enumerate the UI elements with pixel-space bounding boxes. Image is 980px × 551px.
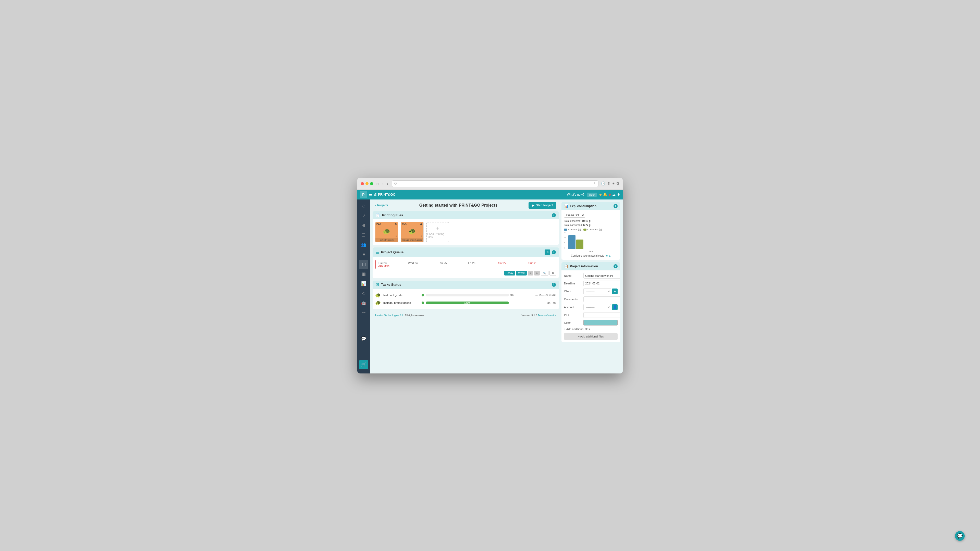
file-2-icon: 🖨 [420,223,422,225]
account-add-button[interactable]: 👤 [612,304,617,310]
file-card-1[interactable]: PLA 🖨 🐢 1 fast.print.gcode [375,222,398,242]
bell-icon[interactable]: 🔔 [603,192,607,197]
file-card-1-body: 🐢 [375,226,398,237]
sidebar-item-reports[interactable]: 📊 [359,279,368,288]
sidebar-cart-icon[interactable]: 🛒 [359,360,368,369]
close-button[interactable] [361,182,364,185]
tasks-icon: ☑ [375,283,379,287]
add-additional-files-button[interactable]: + Add additional files [564,333,617,340]
total-consumed-label: Total consumed: [564,224,583,227]
breadcrumb[interactable]: ‹ Projects [375,203,388,207]
cloud-icon[interactable]: ☁ [612,192,616,197]
project-info-info-icon[interactable]: i [614,264,617,268]
left-sidebar: ⊙ ↗ ⊕ ☰ 👥 ≡ ◫ ▦ 📊 ◇ 🤖 ✏ 💬 🛒 [357,200,370,373]
forward-button[interactable]: › [386,181,390,186]
pid-input[interactable] [584,312,620,318]
additional-files-label: + Add additional files [564,327,617,330]
queue-info-icon[interactable]: i [552,250,556,254]
tasks-info-icon[interactable]: i [552,283,556,287]
minimize-button[interactable] [366,182,369,185]
calendar-strip: Tue 23 July 2024 Wed 24 Thu 25 [375,260,556,269]
new-tab-icon[interactable]: + [612,181,614,186]
today-button[interactable]: Today [504,271,515,275]
search-cal-button[interactable]: 🔍 [541,271,549,275]
comments-label: Comments [564,298,582,301]
files-icon: 📄 [375,213,380,218]
sidebar-item-home[interactable]: ⊙ [359,202,368,211]
sidebar-item-active[interactable]: ◫ [359,260,368,269]
hamburger-icon[interactable]: ☰ [369,192,372,197]
legend-expected-color [564,229,567,230]
client-select[interactable]: --------- [584,288,611,294]
whats-new-link[interactable]: What's new? [567,193,584,197]
consumption-icon: 📊 [564,204,568,208]
queue-refresh-btn[interactable]: ↻ [545,249,550,255]
calendar-day-sat: Sat 27 [496,260,526,269]
sidebar-item-edit[interactable]: ✏ [359,308,368,318]
sidebar-item-queue2[interactable]: ≡ [359,250,368,259]
unit-select[interactable]: Grams / mL [564,213,585,218]
config-here-link[interactable]: here. [605,254,611,257]
task-2-dot [422,302,424,304]
client-add-button[interactable]: + [612,289,617,294]
address-bar[interactable]: 🛡 ↻ [392,180,598,187]
sidebar-item-stats[interactable]: ↗ [359,211,368,221]
sidebar-item-files[interactable]: ▦ [359,269,368,279]
sidebar-item-users[interactable]: 👥 [359,240,368,249]
footer-company: Invelon Technologies S.L. All rights res… [375,314,426,317]
consumption-totals: Total expected: 10.16 g Total consumed: … [564,219,617,227]
add-file-button[interactable]: + + Add Printing Files [426,222,449,242]
exp-consumption-header: 📊 Exp. consumption i [562,202,620,210]
refresh-icon[interactable]: ↻ [594,182,596,185]
file-card-2[interactable]: PLA 🖨 🐢 1 malaga_project.gcode [401,222,424,242]
next-next-button[interactable]: » [534,271,540,275]
user-badge[interactable]: User [587,192,597,197]
project-info-header: 📋 Project information i [562,262,620,270]
pid-row: PID [564,312,617,318]
footer: Invelon Technologies S.L. All rights res… [370,312,562,319]
account-label: Account [564,306,582,309]
chart-x-label: PLA [564,250,617,253]
settings-cal-button[interactable]: ⚙ [549,271,556,275]
terms-link[interactable]: Terms of service [538,314,556,317]
security-icon: 🛡 [394,182,397,185]
settings-icon[interactable]: ⚙ [617,192,620,197]
chat-button[interactable]: 💬 [955,531,965,541]
task-1-dot [422,294,424,297]
task-1-progress-area: 0% [422,294,518,297]
back-button[interactable]: ‹ [381,181,385,186]
sidebar-item-materials[interactable]: ◇ [359,289,368,298]
chart-legend: Expected (g) Consumed (g) [564,228,617,231]
deadline-input[interactable] [584,281,620,286]
prev-prev-button[interactable]: « [528,271,533,275]
breadcrumb-parent[interactable]: Projects [377,203,388,207]
week-button[interactable]: Week [516,271,527,275]
share-icon[interactable]: ⬆ [608,181,611,186]
config-link-text: Configure your material costs here. [564,254,617,257]
project-info-card: 📋 Project information i Name D [562,262,620,342]
breadcrumb-sep: ‹ [375,203,376,207]
account-row: Account --------- 👤 [564,304,617,310]
maximize-button[interactable] [370,182,373,185]
task-2-pct-label: 100% [464,302,470,304]
sidebar-item-print[interactable]: ⊕ [359,221,368,230]
sidebar-toggle-icon[interactable]: ⊡ [375,182,379,186]
main-content: ‹ Projects Getting started with PRINT&GO… [370,200,562,373]
account-select[interactable]: --------- [584,304,611,310]
name-input[interactable] [584,273,620,279]
printing-files-section: 📄 Printing Files i PLA 🖨 [372,211,559,245]
color-picker[interactable] [584,320,617,326]
task-2-progress-area: 100% [422,302,518,304]
consumption-info-icon[interactable]: i [614,204,617,208]
comments-input[interactable] [584,297,620,302]
project-queue-title: Project Queue [381,250,404,254]
file-2-obj-icon: 🐢 [408,228,416,235]
files-info-icon[interactable]: i [552,213,556,218]
tabs-icon[interactable]: ⧉ [617,181,619,186]
sidebar-item-chat[interactable]: 💬 [359,334,368,343]
start-project-button[interactable]: ▶ Start Project [528,202,556,209]
sidebar-item-list[interactable]: ☰ [359,230,368,240]
history-icon[interactable]: 🕐 [601,181,605,186]
company-link[interactable]: Invelon Technologies S.L. [375,314,404,317]
sidebar-item-automation[interactable]: 🤖 [359,299,368,308]
